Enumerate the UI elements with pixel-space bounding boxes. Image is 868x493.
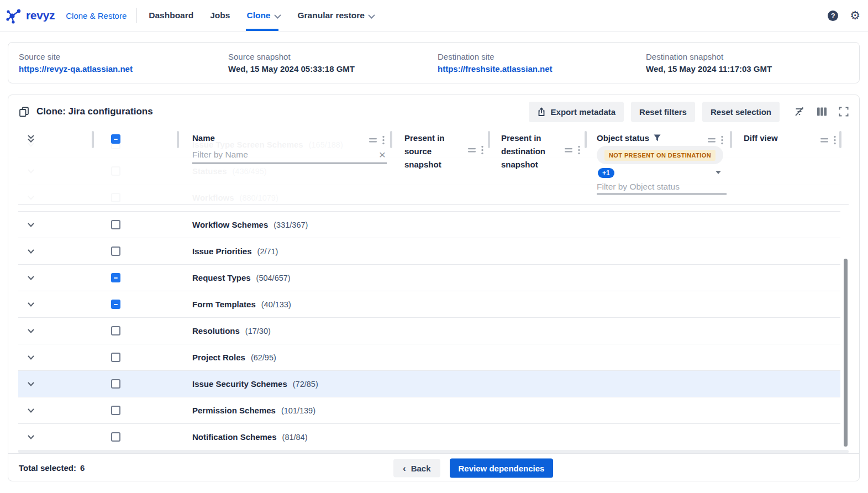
row-checkbox[interactable]: [111, 246, 120, 256]
column-present-destination: Present in destination snapshot: [489, 128, 586, 204]
table-viewport: Issue Type Screen Schemes (165/188) Stat…: [18, 128, 849, 453]
row-checkbox[interactable]: [111, 300, 120, 309]
row-expander-icon[interactable]: [27, 302, 35, 307]
export-icon: [537, 107, 546, 117]
nav-item[interactable]: Clone: [238, 0, 289, 31]
chevron-down-icon: [274, 14, 281, 19]
drag-handle-icon[interactable]: [707, 138, 716, 143]
object-status-filter-field: [597, 180, 727, 195]
row-expander-icon[interactable]: [27, 408, 35, 413]
table-row[interactable]: Request Types (504/657): [18, 265, 840, 291]
expand-all-icon[interactable]: [27, 134, 35, 143]
clone-panel: Clone: Jira configurations Export metada…: [8, 95, 860, 481]
table-row[interactable]: Issue Priorities (2/71): [18, 238, 840, 265]
drag-handle-icon[interactable]: [564, 148, 573, 153]
column-expander: [18, 128, 93, 204]
drag-handle-icon[interactable]: [467, 148, 476, 153]
info-item: Source site https://revyz-qa.atlassian.n…: [19, 52, 228, 74]
fullscreen-icon[interactable]: [839, 107, 849, 117]
row-expander-icon[interactable]: [27, 434, 35, 440]
name-filter-field: ×: [192, 146, 387, 164]
info-item: Source snapshot Wed, 15 May 2024 05:33:1…: [228, 52, 438, 74]
product-link[interactable]: Clone & Restore: [66, 11, 127, 20]
clear-filters-icon[interactable]: [793, 106, 805, 117]
row-expander-icon[interactable]: [27, 381, 35, 387]
snapshot-info-bar: Source site https://revyz-qa.atlassian.n…: [8, 42, 860, 83]
filter-funnel-icon: [654, 134, 661, 141]
table-row[interactable]: Notification Schemes (81/84): [18, 424, 840, 450]
nav-item[interactable]: Jobs: [202, 0, 238, 31]
row-expander-icon[interactable]: [27, 328, 35, 334]
total-selected: Total selected: 6: [19, 463, 85, 473]
revyz-logo-icon: [4, 6, 24, 25]
drag-handle-icon[interactable]: [820, 138, 829, 143]
table-row[interactable]: Form Templates (40/133): [18, 291, 840, 318]
row-checkbox[interactable]: [111, 406, 120, 415]
panel-header: Clone: Jira configurations Export metada…: [8, 95, 859, 128]
column-name: Name ×: [178, 128, 391, 204]
table-row[interactable]: Project Roles (62/95): [18, 344, 840, 371]
status-chip-not-present-on-destination[interactable]: NOT PRESENT ON DESTINATION: [604, 150, 716, 161]
table-row[interactable]: Workflow Schemes (331/367): [18, 212, 840, 238]
total-selected-value: 6: [80, 463, 85, 473]
column-present-source: Present in source snapshot: [391, 128, 489, 204]
kebab-menu-icon[interactable]: [578, 145, 580, 155]
panel-footer: Total selected: 6 ‹ Back Review dependen…: [8, 453, 859, 482]
export-metadata-button[interactable]: Export metadata: [529, 102, 624, 122]
row-checkbox[interactable]: [111, 432, 120, 442]
object-status-filter-input[interactable]: [597, 182, 727, 192]
back-button[interactable]: ‹ Back: [393, 459, 440, 477]
info-item: Destination site https://freshsite.atlas…: [438, 52, 646, 74]
row-expander-icon[interactable]: [27, 355, 35, 360]
name-filter-input[interactable]: [192, 150, 378, 160]
row-expander-icon[interactable]: [27, 249, 35, 254]
review-dependencies-button[interactable]: Review dependencies: [450, 458, 554, 478]
row-expander-icon[interactable]: [27, 222, 35, 228]
row-checkbox[interactable]: [111, 353, 120, 362]
chevron-left-icon: ‹: [403, 463, 406, 473]
drag-handle-icon[interactable]: [369, 138, 377, 143]
column-object-status: Object status NOT PRESENT ON DESTINATION…: [586, 128, 731, 204]
brand-name: revyz: [26, 9, 55, 22]
info-item: Destination snapshot Wed, 15 May 2024 11…: [646, 52, 859, 74]
object-status-filter-chip-capsule: NOT PRESENT ON DESTINATION: [597, 146, 723, 164]
table-header: Name × Present in source snapshot: [18, 128, 849, 204]
gear-icon[interactable]: ⚙: [850, 10, 860, 22]
columns-icon[interactable]: [817, 107, 827, 116]
row-checkbox[interactable]: [111, 273, 120, 282]
kebab-menu-icon[interactable]: [481, 145, 483, 155]
table-row[interactable]: Permission Schemes (101/139): [18, 397, 840, 424]
more-filters-badge[interactable]: +1: [598, 168, 614, 178]
vertical-scrollbar-thumb[interactable]: [844, 259, 848, 447]
nav-divider: [136, 8, 137, 23]
row-checkbox[interactable]: [111, 326, 120, 335]
select-all-checkbox[interactable]: [111, 134, 120, 144]
column-diff-view: Diff view: [731, 128, 840, 204]
row-checkbox[interactable]: [111, 220, 120, 229]
total-selected-label: Total selected:: [19, 463, 76, 473]
kebab-menu-icon[interactable]: [382, 135, 385, 145]
table-row[interactable]: Resolutions (17/30): [18, 318, 840, 344]
nav-item[interactable]: Dashboard: [140, 0, 202, 31]
top-nav: revyz Clone & Restore Dashboard Jobs Clo…: [0, 0, 868, 32]
help-icon[interactable]: ?: [828, 11, 838, 21]
column-select: [93, 128, 178, 204]
row-checkbox[interactable]: [111, 379, 120, 389]
page-title: Clone: Jira configurations: [36, 106, 153, 117]
chevron-down-icon: [368, 14, 375, 19]
kebab-menu-icon[interactable]: [721, 135, 723, 145]
copy-icon: [19, 107, 29, 117]
kebab-menu-icon[interactable]: [834, 135, 836, 145]
clear-filter-icon[interactable]: ×: [378, 149, 387, 160]
reset-filters-button[interactable]: Reset filters: [631, 102, 695, 122]
dropdown-caret-icon[interactable]: [716, 171, 721, 174]
toolbar: Export metadata Reset filters Reset sele…: [529, 102, 849, 122]
nav-item[interactable]: Granular restore: [290, 0, 383, 31]
table-body: Workflow Schemes (331/367) Is: [18, 204, 849, 453]
row-expander-icon[interactable]: [27, 275, 35, 281]
nav-items: Dashboard Jobs Clone Granular restore: [140, 0, 383, 31]
brand[interactable]: revyz: [4, 6, 55, 25]
reset-selection-button[interactable]: Reset selection: [702, 102, 780, 122]
table-row[interactable]: Issue Security Schemes (72/85): [18, 371, 840, 397]
